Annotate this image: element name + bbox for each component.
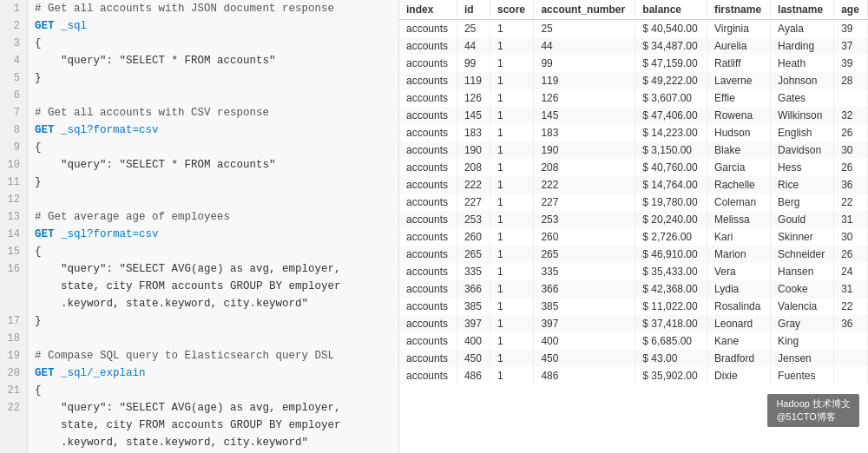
table-cell: accounts bbox=[399, 107, 457, 124]
line-number: 15 bbox=[0, 243, 28, 260]
table-cell: 30 bbox=[834, 141, 868, 159]
table-cell: 22 bbox=[834, 298, 868, 315]
table-cell: 400 bbox=[457, 332, 490, 350]
code-line: 14GET _sql?format=csv bbox=[0, 226, 398, 243]
line-number: 17 bbox=[0, 312, 28, 330]
code-line: 1# Get all accounts with JSON document r… bbox=[0, 0, 398, 17]
table-row: accounts99199$ 47,159.00RatliffHeath39 bbox=[399, 55, 868, 72]
table-cell: Garcia bbox=[707, 159, 771, 176]
table-cell: Rachelle bbox=[707, 176, 771, 194]
column-header-account_number: account_number bbox=[534, 0, 635, 20]
code-line: 16 "query": "SELECT AVG(age) as avg, emp… bbox=[0, 260, 398, 278]
table-row: accounts2221222$ 14,764.00RachelleRice36 bbox=[399, 176, 868, 194]
code-line: 9{ bbox=[0, 139, 398, 156]
table-cell: 1 bbox=[490, 332, 533, 350]
table-cell: accounts bbox=[399, 20, 457, 38]
line-content: "query": "SELECT * FROM accounts" bbox=[28, 52, 276, 69]
table-cell: Harding bbox=[771, 37, 834, 55]
table-cell: 208 bbox=[457, 159, 490, 176]
line-number: 3 bbox=[0, 35, 28, 52]
table-cell: 450 bbox=[534, 350, 635, 367]
code-line: 17} bbox=[0, 312, 398, 330]
table-cell: Heath bbox=[771, 55, 834, 72]
table-cell: 126 bbox=[457, 89, 490, 107]
table-cell: 1 bbox=[490, 367, 533, 384]
table-cell: $ 43.00 bbox=[635, 350, 707, 367]
line-number: 2 bbox=[0, 17, 28, 35]
line-content: "query": "SELECT * FROM accounts" bbox=[28, 156, 276, 174]
line-number: 7 bbox=[0, 104, 28, 121]
table-cell: 486 bbox=[457, 367, 490, 384]
table-cell: 400 bbox=[534, 332, 635, 350]
table-cell: Effie bbox=[707, 89, 771, 107]
table-cell: accounts bbox=[399, 37, 457, 55]
table-cell: 31 bbox=[834, 280, 868, 298]
table-row: accounts1831183$ 14,223.00HudsonEnglish2… bbox=[399, 124, 868, 141]
code-line: 5} bbox=[0, 69, 398, 87]
column-header-index: index bbox=[399, 0, 457, 20]
table-cell: 119 bbox=[457, 72, 490, 89]
table-cell: accounts bbox=[399, 350, 457, 367]
table-cell bbox=[834, 350, 868, 367]
table-cell: 385 bbox=[457, 298, 490, 315]
table-cell: 24 bbox=[834, 263, 868, 280]
table-cell: $ 42,368.00 bbox=[635, 280, 707, 298]
code-line: 22 "query": "SELECT AVG(age) as avg, emp… bbox=[0, 399, 398, 417]
line-number: 12 bbox=[0, 191, 28, 208]
line-number: 14 bbox=[0, 226, 28, 243]
table-cell: accounts bbox=[399, 159, 457, 176]
table-cell: 450 bbox=[457, 350, 490, 367]
table-cell: accounts bbox=[399, 263, 457, 280]
table-cell: Kane bbox=[707, 332, 771, 350]
table-cell: 1 bbox=[490, 280, 533, 298]
table-cell: 30 bbox=[834, 228, 868, 246]
table-cell: $ 2,726.00 bbox=[635, 228, 707, 246]
table-cell: Ratliff bbox=[707, 55, 771, 72]
column-header-age: age bbox=[834, 0, 868, 20]
table-row: accounts1451145$ 47,406.00RowenaWilkinso… bbox=[399, 107, 868, 124]
code-line: 7# Get all accounts with CSV response bbox=[0, 104, 398, 121]
table-cell: $ 37,418.00 bbox=[635, 315, 707, 332]
table-cell: $ 34,487.00 bbox=[635, 37, 707, 55]
table-cell: 99 bbox=[534, 55, 635, 72]
table-cell: 44 bbox=[457, 37, 490, 55]
line-number: 8 bbox=[0, 121, 28, 139]
line-content: .keyword, state.keyword, city.keyword" bbox=[28, 434, 308, 451]
table-cell: 36 bbox=[834, 176, 868, 194]
table-cell: $ 40,540.00 bbox=[635, 20, 707, 38]
line-number: 20 bbox=[0, 364, 28, 382]
table-cell: $ 20,240.00 bbox=[635, 211, 707, 228]
code-line: 20GET _sql/_explain bbox=[0, 364, 398, 382]
table-cell: Rowena bbox=[707, 107, 771, 124]
table-cell: 1 bbox=[490, 228, 533, 246]
line-number: 5 bbox=[0, 69, 28, 87]
table-cell: 397 bbox=[534, 315, 635, 332]
line-number: 22 bbox=[0, 399, 28, 417]
table-cell: 99 bbox=[457, 55, 490, 72]
table-cell: 385 bbox=[534, 298, 635, 315]
line-content: { bbox=[28, 35, 42, 52]
table-cell: $ 19,780.00 bbox=[635, 194, 707, 211]
table-panel[interactable]: indexidscoreaccount_numberbalancefirstna… bbox=[399, 0, 868, 453]
table-cell: 1 bbox=[490, 211, 533, 228]
line-number bbox=[0, 278, 28, 295]
table-cell: 1 bbox=[490, 141, 533, 159]
table-cell: 1 bbox=[490, 176, 533, 194]
code-line: 12 bbox=[0, 191, 398, 208]
table-cell: Laverne bbox=[707, 72, 771, 89]
code-line: 13# Get average age of employees bbox=[0, 208, 398, 226]
table-row: accounts1191119$ 49,222.00LaverneJohnson… bbox=[399, 72, 868, 89]
line-content: } bbox=[28, 312, 42, 330]
table-cell: 1 bbox=[490, 263, 533, 280]
table-cell: Johnson bbox=[771, 72, 834, 89]
table-row: accounts3661366$ 42,368.00LydiaCooke31 bbox=[399, 280, 868, 298]
line-content: state, city FROM accounts GROUP BY emplo… bbox=[28, 278, 341, 295]
table-cell: 26 bbox=[834, 159, 868, 176]
table-cell: $ 47,159.00 bbox=[635, 55, 707, 72]
table-cell: $ 3,607.00 bbox=[635, 89, 707, 107]
code-line: .keyword, state.keyword, city.keyword" bbox=[0, 295, 398, 312]
table-cell: 44 bbox=[534, 37, 635, 55]
table-cell: accounts bbox=[399, 194, 457, 211]
code-line: 21{ bbox=[0, 382, 398, 399]
line-number: 11 bbox=[0, 174, 28, 191]
